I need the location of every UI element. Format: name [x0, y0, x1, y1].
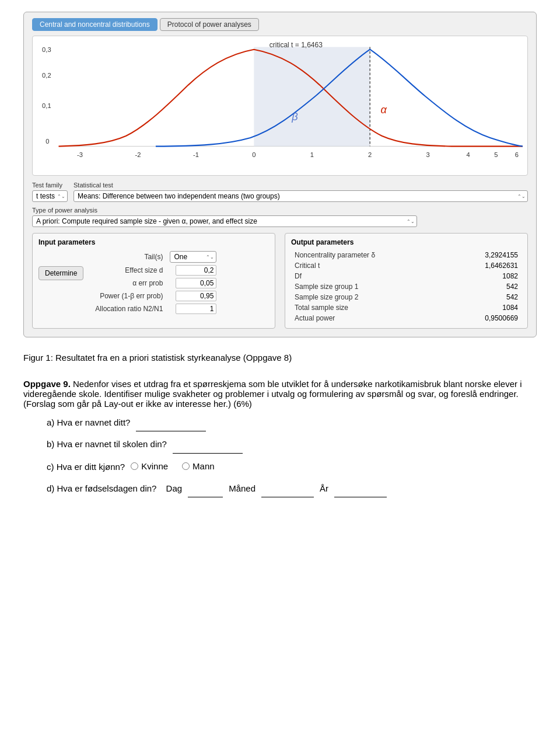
output-param-value: 1084: [449, 302, 522, 313]
output-param-value: 542: [449, 281, 522, 292]
power-analysis-label: Type of power analysis: [32, 207, 528, 214]
dag-label: Dag: [166, 480, 183, 497]
output-param-table: Noncentrality parameter δ 3,2924155 Crit…: [291, 250, 522, 323]
statistical-test-label: Statistical test: [74, 182, 528, 189]
output-param-name: Critical t: [291, 260, 449, 271]
tab-bar: Central and noncentral distributions Pro…: [32, 18, 528, 31]
param-value-cell[interactable]: [167, 277, 219, 290]
tails-select[interactable]: One: [170, 251, 216, 263]
output-param-name: Total sample size: [291, 302, 449, 313]
gender-male-radio[interactable]: [182, 462, 190, 470]
gender-male-label: Mann: [192, 458, 215, 475]
svg-text:α: α: [380, 103, 387, 116]
effect-size-input[interactable]: [176, 265, 216, 276]
question-a-blank[interactable]: [136, 414, 206, 432]
power-input[interactable]: [176, 291, 216, 301]
opgave-body-inline: Nedenfor vises et utdrag fra et spørresk…: [23, 379, 522, 409]
svg-text:4: 4: [467, 151, 470, 158]
output-param-value: 1082: [449, 271, 522, 281]
statistical-test-group: Statistical test Means: Difference betwe…: [74, 182, 528, 202]
question-a-text: a) Hva er navnet ditt?: [47, 414, 130, 431]
critical-t-label: critical t = 1,6463: [270, 41, 323, 49]
svg-text:3: 3: [426, 151, 430, 158]
power-analysis-group: Type of power analysis A priori: Compute…: [32, 207, 528, 227]
output-param-value: 1,6462631: [449, 260, 522, 271]
table-row: Total sample size 1084: [291, 302, 522, 313]
svg-text:5: 5: [494, 151, 498, 158]
gender-female-option[interactable]: Kvinne: [131, 458, 168, 475]
table-row: Actual power 0,9500669: [291, 313, 522, 323]
table-row: Df 1082: [291, 271, 522, 281]
param-name: Tail(s): [93, 250, 167, 264]
question-c-text: c) Hva er ditt kjønn?: [47, 459, 125, 476]
dag-blank[interactable]: [188, 480, 223, 498]
question-b-text: b) Hva er navnet til skolen din?: [47, 436, 167, 453]
question-a: a) Hva er navnet ditt?: [47, 414, 537, 432]
svg-text:0,2: 0,2: [42, 72, 51, 79]
input-param-table: Tail(s) One Effect size d: [93, 250, 219, 315]
questions-section: a) Hva er navnet ditt? b) Hva er navnet …: [47, 414, 537, 498]
tails-select-wrapper[interactable]: One: [170, 251, 216, 263]
alpha-err-input[interactable]: [176, 278, 216, 288]
test-family-row: Test family t tests Statistical test Mea…: [32, 182, 528, 202]
fig-caption: Figur 1: Resultatet fra en a priori stat…: [23, 351, 537, 365]
svg-text:-1: -1: [193, 151, 199, 158]
power-analysis-select-wrapper[interactable]: A priori: Compute required sample size -…: [32, 215, 417, 227]
statistical-test-select[interactable]: Means: Difference between two independen…: [74, 190, 528, 202]
tab-distributions[interactable]: Central and noncentral distributions: [32, 18, 158, 31]
power-analysis-row: Type of power analysis A priori: Compute…: [32, 207, 528, 227]
svg-text:β: β: [291, 110, 298, 123]
gender-male-option[interactable]: Mann: [182, 458, 215, 475]
param-name: α err prob: [93, 277, 167, 290]
test-family-group: Test family t tests: [32, 182, 68, 202]
param-name: Effect size d: [93, 264, 167, 277]
determine-button[interactable]: Determine: [38, 266, 83, 280]
test-family-select[interactable]: t tests: [32, 190, 68, 202]
svg-text:-3: -3: [77, 151, 83, 158]
distribution-chart: 0,3 0,2 0,1 0 -3 -2 -1 0 1 2 3 4 5 6: [37, 41, 523, 163]
table-row: Tail(s) One: [93, 250, 219, 264]
param-value-cell[interactable]: One: [167, 250, 219, 264]
table-row: Sample size group 2 542: [291, 292, 522, 302]
table-row: Critical t 1,6462631: [291, 260, 522, 271]
test-family-select-wrapper[interactable]: t tests: [32, 190, 68, 202]
svg-text:1: 1: [310, 151, 314, 158]
table-row: Power (1-β err prob): [93, 290, 219, 302]
svg-text:0,1: 0,1: [42, 102, 51, 109]
param-name: Power (1-β err prob): [93, 290, 167, 302]
output-params-title: Output parameters: [291, 238, 522, 246]
gender-female-label: Kvinne: [141, 458, 168, 475]
chart-area: critical t = 1,6463 0,3 0,2 0,1 0 -3 -2 …: [32, 36, 528, 176]
output-param-value: 542: [449, 292, 522, 302]
maaned-blank[interactable]: [261, 480, 314, 498]
svg-text:-2: -2: [135, 151, 141, 158]
question-d-text: d) Hva er fødselsdagen din?: [47, 480, 156, 497]
param-value-cell[interactable]: [167, 264, 219, 277]
tab-protocol[interactable]: Protocol of power analyses: [160, 18, 259, 31]
param-value-cell[interactable]: [167, 302, 219, 315]
question-b-blank[interactable]: [173, 436, 243, 454]
table-row: α err prob: [93, 277, 219, 290]
input-params-inner: Determine Tail(s) One: [38, 250, 269, 315]
output-param-name: Sample size group 2: [291, 292, 449, 302]
param-value-cell[interactable]: [167, 290, 219, 302]
gender-radio-group: Kvinne Mann: [131, 458, 214, 475]
opgave-title: Oppgave 9. Nedenfor vises et utdrag fra …: [23, 379, 537, 409]
allocation-ratio-input[interactable]: [176, 304, 216, 314]
output-param-value: 3,2924155: [449, 250, 522, 260]
table-row: Allocation ratio N2/N1: [93, 302, 219, 315]
svg-text:2: 2: [368, 151, 372, 158]
svg-rect-15: [254, 47, 370, 147]
question-d: d) Hva er fødselsdagen din? Dag Måned År: [47, 480, 537, 498]
power-analysis-select[interactable]: A priori: Compute required sample size -…: [32, 215, 417, 227]
svg-text:0: 0: [46, 138, 49, 145]
output-param-name: Sample size group 1: [291, 281, 449, 292]
gender-female-radio[interactable]: [131, 462, 138, 470]
statistical-test-select-wrapper[interactable]: Means: Difference between two independen…: [74, 190, 528, 202]
aar-blank[interactable]: [334, 480, 387, 498]
svg-text:0,3: 0,3: [42, 46, 51, 53]
output-param-name: Noncentrality parameter δ: [291, 250, 449, 260]
maaned-label: Måned: [229, 480, 256, 497]
output-param-name: Actual power: [291, 313, 449, 323]
params-section: Input parameters Determine Tail(s) One: [32, 233, 528, 329]
